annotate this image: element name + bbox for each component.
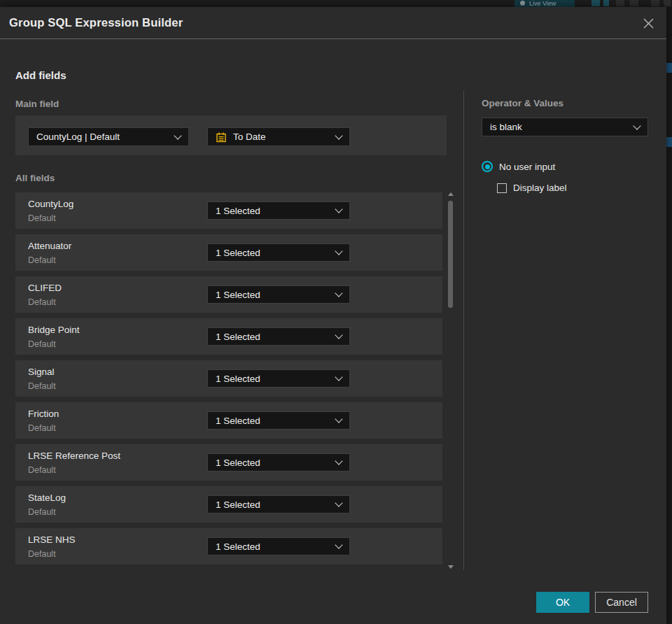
live-view-chip: Live View	[514, 0, 575, 7]
field-selection-value: 1 Selected	[216, 541, 260, 552]
field-selection-dropdown[interactable]: 1 Selected	[207, 243, 350, 262]
all-fields-label: All fields	[15, 173, 55, 183]
field-subtitle: Default	[28, 423, 56, 433]
toolbar-fragment	[651, 0, 659, 6]
all-fields-list: CountyLog Default 1 Selected Attenuator …	[15, 192, 442, 565]
field-row: Attenuator Default 1 Selected	[15, 234, 442, 271]
chevron-down-icon	[335, 373, 342, 381]
field-selection-value: 1 Selected	[216, 290, 260, 300]
field-name: Friction	[28, 409, 59, 419]
field-selection-value: 1 Selected	[216, 499, 260, 510]
chevron-down-icon	[174, 132, 181, 139]
field-selection-dropdown[interactable]: 1 Selected	[207, 495, 350, 513]
background-fragment	[666, 63, 672, 73]
field-name: Bridge Point	[28, 325, 80, 335]
toolbar-fragment	[630, 0, 638, 6]
live-view-label: Live View	[529, 0, 556, 7]
field-name: StateLog	[28, 492, 66, 503]
field-name: CLIFED	[28, 283, 62, 293]
dialog-title: Group SQL Expression Builder	[9, 7, 183, 38]
field-row: Signal Default 1 Selected	[15, 360, 442, 397]
list-scrollbar	[447, 191, 454, 570]
vertical-divider	[463, 91, 464, 570]
toolbar-fragment	[592, 0, 600, 6]
field-subtitle: Default	[28, 381, 56, 391]
field-subtitle: Default	[28, 549, 56, 559]
field-subtitle: Default	[28, 297, 56, 307]
close-icon[interactable]	[637, 12, 659, 34]
chevron-down-icon	[633, 122, 640, 129]
field-row: CLIFED Default 1 Selected	[15, 276, 442, 313]
scrollbar-up-icon[interactable]	[448, 192, 454, 196]
toolbar-fragment	[664, 0, 671, 6]
field-name: CountyLog	[28, 199, 74, 209]
date-type-dropdown[interactable]: To Date	[207, 127, 350, 146]
ok-button[interactable]: OK	[536, 592, 589, 613]
field-selection-dropdown[interactable]: 1 Selected	[207, 201, 350, 220]
chevron-down-icon	[335, 541, 342, 548]
field-row: Bridge Point Default 1 Selected	[15, 318, 442, 355]
field-selection-value: 1 Selected	[216, 458, 260, 468]
field-name: Attenuator	[28, 241, 71, 251]
field-selection-dropdown[interactable]: 1 Selected	[207, 453, 350, 471]
no-user-input-radio[interactable]: No user input	[482, 161, 555, 172]
field-selection-value: 1 Selected	[216, 248, 260, 258]
chevron-down-icon	[335, 415, 342, 423]
radio-selected-icon	[482, 161, 493, 172]
background-fragment	[666, 137, 672, 147]
field-row: Friction Default 1 Selected	[15, 402, 442, 439]
field-subtitle: Default	[28, 213, 56, 223]
field-row: LRSE Reference Post Default 1 Selected	[15, 444, 442, 481]
chevron-down-icon	[335, 457, 342, 465]
field-name: Signal	[28, 367, 55, 377]
field-selection-dropdown[interactable]: 1 Selected	[207, 327, 350, 346]
field-subtitle: Default	[28, 339, 56, 349]
add-fields-heading: Add fields	[15, 69, 66, 81]
field-selection-value: 1 Selected	[216, 374, 260, 384]
field-selection-dropdown[interactable]: 1 Selected	[207, 537, 350, 555]
field-subtitle: Default	[28, 465, 56, 475]
screen: Live View Group SQL Expression Builder A…	[0, 0, 672, 624]
background-right-strip	[666, 7, 672, 624]
display-label-text: Display label	[513, 183, 567, 193]
chevron-down-icon	[335, 331, 342, 339]
operator-dropdown[interactable]: is blank	[482, 118, 648, 136]
dialog-titlebar: Group SQL Expression Builder	[0, 7, 666, 39]
field-selection-dropdown[interactable]: 1 Selected	[207, 411, 350, 430]
chevron-down-icon	[335, 289, 342, 297]
toolbar-fragment	[616, 0, 624, 6]
field-name: LRSE NHS	[28, 534, 76, 545]
toolbar-fragment	[603, 0, 609, 6]
field-subtitle: Default	[28, 507, 56, 517]
field-selection-value: 1 Selected	[216, 206, 260, 216]
operator-dropdown-value: is blank	[490, 122, 522, 132]
no-user-input-label: No user input	[499, 162, 555, 172]
scrollbar-down-icon[interactable]	[448, 565, 454, 569]
chevron-down-icon	[335, 499, 342, 506]
main-field-panel: CountyLog | Default To Date	[15, 115, 447, 155]
main-field-label: Main field	[15, 99, 59, 109]
display-label-checkbox[interactable]: Display label	[497, 183, 567, 193]
main-field-dropdown-value: CountyLog | Default	[36, 132, 120, 142]
field-selection-value: 1 Selected	[216, 332, 260, 342]
live-view-dot-icon	[520, 1, 525, 6]
field-row: CountyLog Default 1 Selected	[15, 192, 442, 229]
date-type-dropdown-value: To Date	[233, 132, 266, 142]
field-subtitle: Default	[28, 255, 56, 265]
group-sql-expression-builder-dialog: Group SQL Expression Builder Add fields …	[0, 7, 666, 624]
chevron-down-icon	[335, 132, 342, 139]
cancel-button[interactable]: Cancel	[595, 592, 648, 613]
background-toolbar-strip: Live View	[0, 0, 672, 7]
calendar-icon	[216, 132, 227, 143]
field-name: LRSE Reference Post	[28, 451, 120, 461]
field-selection-dropdown[interactable]: 1 Selected	[207, 285, 350, 304]
field-selection-dropdown[interactable]: 1 Selected	[207, 369, 350, 388]
field-selection-value: 1 Selected	[216, 416, 260, 426]
field-row: StateLog Default 1 Selected	[15, 486, 442, 523]
checkbox-icon	[497, 183, 507, 193]
scrollbar-thumb[interactable]	[448, 201, 453, 308]
main-field-dropdown[interactable]: CountyLog | Default	[28, 127, 189, 146]
chevron-down-icon	[335, 247, 342, 255]
chevron-down-icon	[335, 205, 342, 213]
operator-values-heading: Operator & Values	[482, 98, 564, 108]
